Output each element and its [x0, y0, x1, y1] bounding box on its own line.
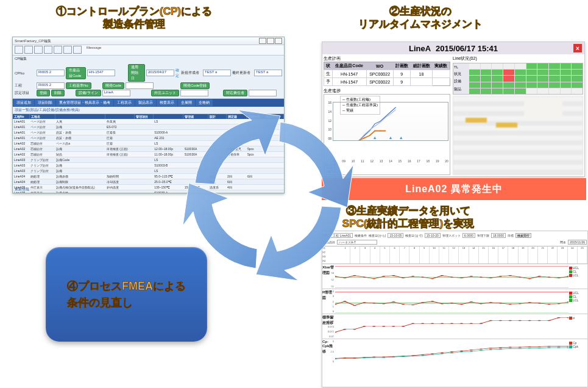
del-btn[interactable]: 削除 [51, 90, 65, 96]
table-row[interactable]: LineA01ペース貼付人員作業員LS [13, 119, 284, 124]
toolbar-icon[interactable] [15, 46, 23, 54]
table-row[interactable]: LineA04熱処理設備原価加熱時間95.0~115.0℃検具2回6回 [13, 174, 284, 179]
close-button[interactable] [275, 38, 282, 44]
cp-nav-item[interactable]: 項目削除 [35, 99, 55, 106]
gaichu-label: 外注ユニット [151, 90, 179, 96]
svg-point-17 [411, 276, 414, 276]
spc-kotei-field[interactable]: 工程 LineA01 [331, 233, 353, 238]
toolbar-icon[interactable] [34, 46, 43, 54]
cp-nav-item[interactable]: 工程表示 [114, 99, 135, 106]
svg-point-116 [402, 356, 405, 357]
svg-point-55 [537, 303, 540, 303]
svg-rect-5 [385, 131, 386, 132]
table-row[interactable]: LineA01ペース貼付設備ES-072 [13, 124, 284, 130]
table-row[interactable]: LineA03クリンプ貼付設備LS [13, 168, 284, 174]
svg-point-99 [480, 349, 483, 350]
svg-point-28 [519, 277, 522, 278]
spc-ucl-field[interactable]: 6.0000 [462, 233, 475, 238]
spc-date-from[interactable]: 15-10-05 [388, 233, 403, 238]
rt-prog-label: 生産進捗 [324, 88, 450, 94]
svg-point-24 [480, 277, 483, 278]
toolbar-icon[interactable] [44, 46, 52, 54]
spc-lbl: 検査日(から) [369, 234, 386, 237]
cp-nav-item[interactable]: 全格納 [196, 99, 213, 106]
svg-point-67 [411, 323, 414, 324]
cp-list-tab[interactable]: 項目一覧(部品/工具/設備/設備点検/検具) [15, 107, 80, 113]
svg-point-45 [441, 303, 444, 304]
toolbar-icon[interactable] [24, 46, 33, 54]
table-row[interactable]: LineA01ペース貼付品質・原価圧着AE 231 [13, 135, 284, 141]
svg-point-125 [489, 349, 492, 350]
svg-point-68 [421, 323, 424, 324]
svg-point-44 [431, 301, 434, 301]
line-field[interactable]: LineA [102, 90, 130, 96]
svg-point-23 [470, 276, 473, 276]
svg-point-122 [460, 351, 463, 352]
product-code-field[interactable]: HN-1547 [87, 70, 115, 76]
toolbar-icon[interactable] [54, 46, 62, 54]
svg-point-72 [460, 323, 463, 324]
spc-search-button[interactable]: 検索実行 [515, 233, 531, 238]
svg-point-37 [363, 302, 366, 303]
dev-code-reg-btn[interactable]: 開発Code登録 [180, 82, 210, 89]
table-row[interactable]: LineA01ペース貼付品質・原価圧着長S10000-A [13, 130, 284, 135]
rt-close-button[interactable]: × [573, 44, 582, 52]
table-row[interactable]: LineA02芯線貼付製品目視検査 (正面)11.00~18.00pS10030… [13, 152, 284, 157]
rt-status-grid: TL状況設備製品 [453, 63, 583, 95]
svg-point-21 [450, 277, 453, 278]
svg-point-16 [402, 278, 405, 278]
reg-btn[interactable]: 登録 [37, 90, 50, 96]
svg-point-56 [547, 304, 550, 304]
rt-detail-blurred [453, 96, 583, 175]
table-row[interactable]: LineA02芯線貼付設備目視検査 (正面)12.00~18.00pS10030… [13, 146, 284, 152]
cp-nav-item[interactable]: 検査表示 [157, 99, 177, 106]
minimize-button[interactable] [259, 38, 266, 44]
gaichu-field[interactable] [180, 90, 208, 96]
kotei-btn[interactable]: 工程基準No [66, 82, 91, 89]
svg-point-15 [392, 275, 395, 276]
spc-date-to[interactable]: 15-10-20 [425, 233, 441, 238]
table-row[interactable]: LineA04熱処理設備制限冷却温度25.0~35.0℃検具6回 [13, 179, 284, 185]
svg-point-62 [363, 326, 366, 326]
svg-point-111 [353, 358, 356, 359]
res-field[interactable] [249, 90, 277, 96]
svg-point-118 [421, 355, 424, 356]
table-row[interactable]: LineA03クリンプ貼付設備S10003-B [13, 163, 284, 168]
cp-nav-item[interactable]: 項目追加 [13, 99, 34, 106]
svg-point-70 [441, 323, 444, 324]
cpno-field[interactable]: RI005 2 [37, 70, 65, 76]
cp-editor-window: SmartFactory_CP編集 Message CP編集 CPNo RI00… [12, 37, 285, 193]
svg-point-35 [343, 301, 346, 301]
svg-point-95 [441, 353, 444, 353]
toolbar-icon[interactable] [63, 46, 72, 54]
svg-point-32 [557, 278, 560, 278]
svg-point-123 [470, 351, 473, 351]
svg-point-54 [528, 302, 531, 303]
toolbar-icon[interactable] [73, 46, 82, 54]
svg-point-76 [499, 320, 502, 321]
dev-code-field[interactable] [126, 82, 154, 89]
kotei-field[interactable]: RI005 2 [37, 82, 65, 89]
spc-lcl-field[interactable]: 18.0000 [491, 233, 506, 238]
maximize-button[interactable] [267, 38, 274, 44]
spc-product-select[interactable]: ハーネスA-T [337, 240, 377, 245]
realtime-monitor-panel: LineA 2015/06/17 15:41 × 生産計画 状生産品目CodeW… [322, 41, 585, 177]
svg-point-61 [353, 329, 356, 329]
apply-date-field[interactable]: 2015/04/27 [146, 70, 174, 76]
table-row[interactable]: LineA05外圧表示設備点検S10030-A [13, 190, 284, 194]
svg-point-73 [470, 323, 473, 324]
cp-nav-item[interactable]: 製品表示 [135, 99, 156, 106]
table-row[interactable]: LineA05外圧表示設備点検(製造条件自動取込)炉内温度130~150℃150… [13, 185, 284, 190]
table-row[interactable]: LineA02芯線貼付ペース品a圧着LS [13, 141, 284, 146]
cp-nav-bar: 項目追加項目削除重点管理項目・検具表示・備考工程表示製品表示検査表示全展開全格納 [13, 99, 284, 107]
svg-point-38 [372, 303, 375, 303]
svg-point-101 [499, 347, 502, 348]
rt-event-labels: 別記作業Line停止設備異常 [324, 163, 336, 174]
rt-plan-label: 生産計画 [324, 56, 450, 62]
confirm-link[interactable]: 確定 [175, 68, 180, 79]
table-row[interactable]: LineA03クリンプ貼付設備CodeLS [13, 157, 284, 163]
svg-rect-1 [364, 137, 365, 138]
cp-nav-item[interactable]: 全展開 [178, 99, 195, 106]
cp-nav-item[interactable]: 重点管理項目・検具表示・備考 [56, 99, 113, 106]
svg-point-104 [528, 347, 531, 347]
